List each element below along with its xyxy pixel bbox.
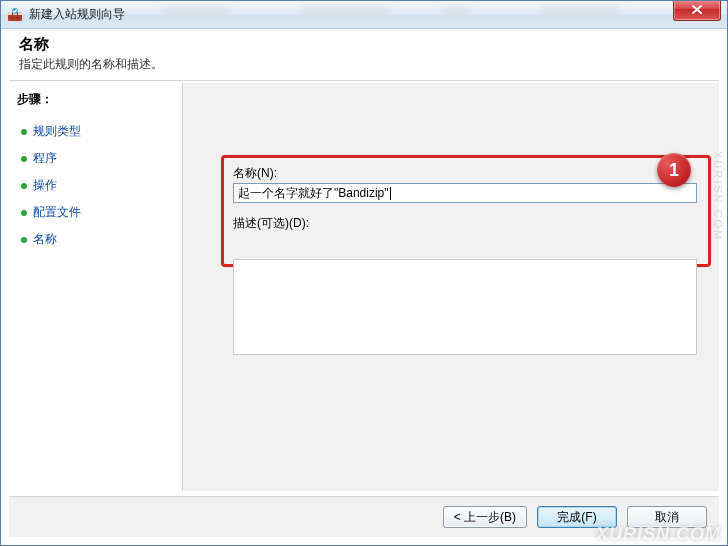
wizard-header: 名称 指定此规则的名称和描述。: [9, 33, 719, 81]
description-textarea[interactable]: [233, 259, 697, 355]
step-label: 名称: [33, 231, 57, 248]
wizard-window: 新建入站规则向导 名称 指定此规则的名称和描述。 步骤： 规则类型 程序 操作 …: [0, 0, 728, 546]
steps-heading: 步骤：: [17, 91, 174, 108]
svg-rect-2: [8, 17, 22, 18]
firewall-icon: [7, 7, 23, 23]
step-program[interactable]: 程序: [13, 145, 178, 172]
name-input[interactable]: 起一个名字就好了"Bandizip": [233, 183, 697, 203]
annotation-badge-1: 1: [657, 153, 691, 187]
close-icon: [691, 4, 703, 15]
bullet-icon: [21, 156, 27, 162]
wizard-footer: < 上一步(B) 完成(F) 取消: [9, 496, 719, 537]
step-label: 配置文件: [33, 204, 81, 221]
titlebar: 新建入站规则向导: [1, 1, 727, 29]
steps-sidebar: 步骤： 规则类型 程序 操作 配置文件 名称: [9, 83, 183, 491]
name-input-value: 起一个名字就好了"Bandizip": [238, 186, 389, 200]
window-title: 新建入站规则向导: [29, 6, 125, 23]
bullet-icon: [21, 210, 27, 216]
finish-button[interactable]: 完成(F): [537, 506, 617, 528]
step-label: 规则类型: [33, 123, 81, 140]
back-button[interactable]: < 上一步(B): [443, 506, 527, 528]
name-field-label: 名称(N):: [233, 165, 277, 182]
description-field-label: 描述(可选)(D):: [233, 215, 309, 232]
cancel-button[interactable]: 取消: [627, 506, 707, 528]
svg-rect-3: [12, 12, 13, 21]
step-label: 操作: [33, 177, 57, 194]
step-profile[interactable]: 配置文件: [13, 199, 178, 226]
step-name[interactable]: 名称: [13, 226, 178, 253]
watermark-side: XURISN.COM: [712, 151, 724, 241]
close-button[interactable]: [673, 0, 721, 21]
annotation-highlight-1: [221, 155, 711, 267]
svg-rect-4: [17, 12, 18, 21]
wizard-body: 步骤： 规则类型 程序 操作 配置文件 名称 名称(N): 起一个名字就好了"B…: [9, 83, 719, 491]
main-panel: 名称(N): 起一个名字就好了"Bandizip" 描述(可选)(D): 1 2: [183, 83, 719, 491]
bullet-icon: [21, 237, 27, 243]
bullet-icon: [21, 183, 27, 189]
page-subtitle: 指定此规则的名称和描述。: [19, 56, 709, 73]
bullet-icon: [21, 129, 27, 135]
step-rule-type[interactable]: 规则类型: [13, 118, 178, 145]
step-label: 程序: [33, 150, 57, 167]
step-action[interactable]: 操作: [13, 172, 178, 199]
page-title: 名称: [19, 35, 709, 54]
text-caret: [390, 187, 391, 200]
